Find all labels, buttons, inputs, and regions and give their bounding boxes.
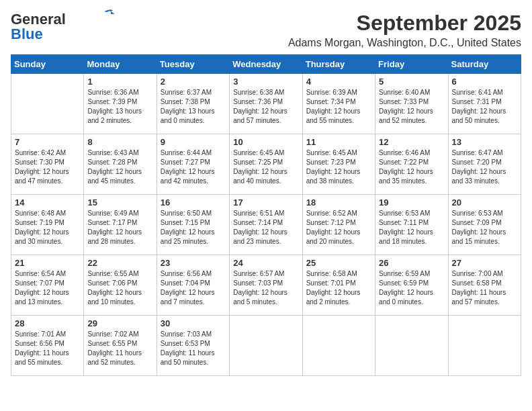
day-info: Sunrise: 6:38 AM Sunset: 7:36 PM Dayligh… bbox=[233, 88, 298, 126]
day-number: 22 bbox=[87, 258, 152, 268]
day-cell bbox=[375, 316, 448, 376]
day-info: Sunrise: 7:03 AM Sunset: 6:53 PM Dayligh… bbox=[161, 330, 226, 367]
day-cell: 3Sunrise: 6:38 AM Sunset: 7:36 PM Daylig… bbox=[230, 74, 302, 134]
day-cell: 6Sunrise: 6:41 AM Sunset: 7:31 PM Daylig… bbox=[448, 74, 521, 134]
header: General Blue September 2025 Adams Morgan… bbox=[11, 11, 521, 49]
day-cell: 13Sunrise: 6:47 AM Sunset: 7:20 PM Dayli… bbox=[448, 134, 521, 195]
location-title: Adams Morgan, Washington, D.C., United S… bbox=[288, 37, 521, 49]
day-cell: 8Sunrise: 6:43 AM Sunset: 7:28 PM Daylig… bbox=[84, 134, 157, 195]
day-cell: 19Sunrise: 6:53 AM Sunset: 7:11 PM Dayli… bbox=[375, 195, 448, 255]
day-info: Sunrise: 6:37 AM Sunset: 7:38 PM Dayligh… bbox=[161, 88, 226, 126]
day-number: 2 bbox=[161, 77, 226, 87]
calendar-table: SundayMondayTuesdayWednesdayThursdayFrid… bbox=[11, 54, 521, 376]
day-cell: 1Sunrise: 6:36 AM Sunset: 7:39 PM Daylig… bbox=[84, 74, 157, 134]
day-number: 30 bbox=[161, 318, 226, 328]
col-header-wednesday: Wednesday bbox=[230, 55, 302, 74]
day-info: Sunrise: 6:54 AM Sunset: 7:07 PM Dayligh… bbox=[15, 269, 80, 307]
day-info: Sunrise: 6:55 AM Sunset: 7:06 PM Dayligh… bbox=[87, 269, 152, 307]
day-info: Sunrise: 6:45 AM Sunset: 7:23 PM Dayligh… bbox=[306, 148, 371, 186]
day-info: Sunrise: 6:52 AM Sunset: 7:12 PM Dayligh… bbox=[306, 209, 371, 246]
day-number: 18 bbox=[306, 197, 371, 208]
day-info: Sunrise: 6:41 AM Sunset: 7:31 PM Dayligh… bbox=[452, 88, 517, 126]
day-number: 11 bbox=[306, 137, 371, 147]
day-cell: 10Sunrise: 6:45 AM Sunset: 7:25 PM Dayli… bbox=[230, 134, 302, 195]
day-cell: 7Sunrise: 6:42 AM Sunset: 7:30 PM Daylig… bbox=[11, 134, 84, 195]
day-cell bbox=[448, 316, 521, 376]
week-row-4: 21Sunrise: 6:54 AM Sunset: 7:07 PM Dayli… bbox=[11, 255, 521, 316]
day-info: Sunrise: 6:49 AM Sunset: 7:17 PM Dayligh… bbox=[87, 209, 152, 246]
day-number: 10 bbox=[233, 137, 298, 147]
day-number: 9 bbox=[161, 137, 226, 147]
day-cell: 9Sunrise: 6:44 AM Sunset: 7:27 PM Daylig… bbox=[157, 134, 229, 195]
day-number: 25 bbox=[306, 258, 371, 268]
day-info: Sunrise: 6:58 AM Sunset: 7:01 PM Dayligh… bbox=[306, 269, 371, 307]
col-header-saturday: Saturday bbox=[448, 55, 521, 74]
day-cell bbox=[11, 74, 84, 134]
logo: General Blue bbox=[11, 11, 116, 43]
day-number: 24 bbox=[233, 258, 298, 268]
day-info: Sunrise: 6:44 AM Sunset: 7:27 PM Dayligh… bbox=[161, 148, 226, 186]
day-info: Sunrise: 7:00 AM Sunset: 6:58 PM Dayligh… bbox=[452, 269, 517, 307]
calendar-header-row: SundayMondayTuesdayWednesdayThursdayFrid… bbox=[11, 55, 521, 74]
day-number: 16 bbox=[161, 197, 226, 208]
day-cell bbox=[230, 316, 302, 376]
day-cell: 25Sunrise: 6:58 AM Sunset: 7:01 PM Dayli… bbox=[302, 255, 375, 316]
month-title: September 2025 bbox=[288, 11, 521, 36]
day-cell: 29Sunrise: 7:02 AM Sunset: 6:55 PM Dayli… bbox=[84, 316, 157, 376]
day-number: 20 bbox=[452, 197, 517, 208]
week-row-2: 7Sunrise: 6:42 AM Sunset: 7:30 PM Daylig… bbox=[11, 134, 521, 195]
day-cell: 16Sunrise: 6:50 AM Sunset: 7:15 PM Dayli… bbox=[157, 195, 229, 255]
day-cell: 27Sunrise: 7:00 AM Sunset: 6:58 PM Dayli… bbox=[448, 255, 521, 316]
col-header-thursday: Thursday bbox=[302, 55, 375, 74]
day-info: Sunrise: 6:50 AM Sunset: 7:15 PM Dayligh… bbox=[161, 209, 226, 246]
col-header-monday: Monday bbox=[84, 55, 157, 74]
day-cell: 30Sunrise: 7:03 AM Sunset: 6:53 PM Dayli… bbox=[157, 316, 229, 376]
day-cell: 28Sunrise: 7:01 AM Sunset: 6:56 PM Dayli… bbox=[11, 316, 84, 376]
logo-bird-icon bbox=[102, 9, 116, 18]
day-number: 3 bbox=[233, 77, 298, 87]
day-number: 19 bbox=[379, 197, 444, 208]
day-info: Sunrise: 7:01 AM Sunset: 6:56 PM Dayligh… bbox=[15, 330, 80, 367]
day-info: Sunrise: 6:47 AM Sunset: 7:20 PM Dayligh… bbox=[452, 148, 517, 186]
day-number: 14 bbox=[15, 197, 80, 208]
day-info: Sunrise: 6:40 AM Sunset: 7:33 PM Dayligh… bbox=[379, 88, 444, 126]
day-number: 5 bbox=[379, 77, 444, 87]
day-cell: 26Sunrise: 6:59 AM Sunset: 6:59 PM Dayli… bbox=[375, 255, 448, 316]
day-info: Sunrise: 6:53 AM Sunset: 7:09 PM Dayligh… bbox=[452, 209, 517, 246]
day-cell: 2Sunrise: 6:37 AM Sunset: 7:38 PM Daylig… bbox=[157, 74, 229, 134]
day-number: 8 bbox=[87, 137, 152, 147]
day-cell: 14Sunrise: 6:48 AM Sunset: 7:19 PM Dayli… bbox=[11, 195, 84, 255]
week-row-1: 1Sunrise: 6:36 AM Sunset: 7:39 PM Daylig… bbox=[11, 74, 521, 134]
day-info: Sunrise: 6:56 AM Sunset: 7:04 PM Dayligh… bbox=[161, 269, 226, 307]
col-header-friday: Friday bbox=[375, 55, 448, 74]
day-cell: 24Sunrise: 6:57 AM Sunset: 7:03 PM Dayli… bbox=[230, 255, 302, 316]
week-row-5: 28Sunrise: 7:01 AM Sunset: 6:56 PM Dayli… bbox=[11, 316, 521, 376]
day-info: Sunrise: 6:45 AM Sunset: 7:25 PM Dayligh… bbox=[233, 148, 298, 186]
day-number: 13 bbox=[452, 137, 517, 147]
week-row-3: 14Sunrise: 6:48 AM Sunset: 7:19 PM Dayli… bbox=[11, 195, 521, 255]
day-number: 6 bbox=[452, 77, 517, 87]
day-number: 21 bbox=[15, 258, 80, 268]
day-number: 23 bbox=[161, 258, 226, 268]
day-cell: 11Sunrise: 6:45 AM Sunset: 7:23 PM Dayli… bbox=[302, 134, 375, 195]
day-cell bbox=[302, 316, 375, 376]
day-info: Sunrise: 6:42 AM Sunset: 7:30 PM Dayligh… bbox=[15, 148, 80, 186]
day-info: Sunrise: 7:02 AM Sunset: 6:55 PM Dayligh… bbox=[87, 330, 152, 367]
day-number: 4 bbox=[306, 77, 371, 87]
day-cell: 18Sunrise: 6:52 AM Sunset: 7:12 PM Dayli… bbox=[302, 195, 375, 255]
col-header-tuesday: Tuesday bbox=[157, 55, 229, 74]
day-number: 27 bbox=[452, 258, 517, 268]
day-cell: 4Sunrise: 6:39 AM Sunset: 7:34 PM Daylig… bbox=[302, 74, 375, 134]
day-cell: 12Sunrise: 6:46 AM Sunset: 7:22 PM Dayli… bbox=[375, 134, 448, 195]
col-header-sunday: Sunday bbox=[11, 55, 84, 74]
day-info: Sunrise: 6:51 AM Sunset: 7:14 PM Dayligh… bbox=[233, 209, 298, 246]
day-cell: 20Sunrise: 6:53 AM Sunset: 7:09 PM Dayli… bbox=[448, 195, 521, 255]
day-info: Sunrise: 6:59 AM Sunset: 6:59 PM Dayligh… bbox=[379, 269, 444, 307]
day-cell: 15Sunrise: 6:49 AM Sunset: 7:17 PM Dayli… bbox=[84, 195, 157, 255]
day-info: Sunrise: 6:43 AM Sunset: 7:28 PM Dayligh… bbox=[87, 148, 152, 186]
logo-blue: Blue bbox=[11, 26, 43, 43]
day-cell: 21Sunrise: 6:54 AM Sunset: 7:07 PM Dayli… bbox=[11, 255, 84, 316]
day-cell: 17Sunrise: 6:51 AM Sunset: 7:14 PM Dayli… bbox=[230, 195, 302, 255]
day-cell: 23Sunrise: 6:56 AM Sunset: 7:04 PM Dayli… bbox=[157, 255, 229, 316]
day-cell: 22Sunrise: 6:55 AM Sunset: 7:06 PM Dayli… bbox=[84, 255, 157, 316]
